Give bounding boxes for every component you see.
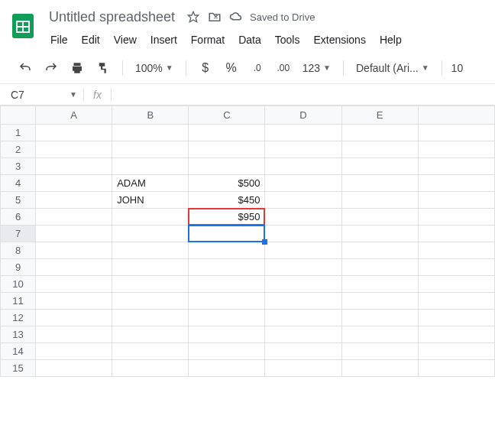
cell-B9[interactable] [112, 259, 189, 276]
cell-A10[interactable] [36, 276, 112, 293]
cell-B3[interactable] [112, 158, 189, 175]
increase-decimal[interactable]: .00 [273, 58, 293, 78]
cell-B10[interactable] [112, 276, 189, 293]
name-box[interactable]: C7 ▼ [0, 89, 84, 101]
cell-blank8[interactable] [418, 242, 494, 259]
row-header-10[interactable]: 10 [1, 276, 36, 293]
cell-blank3[interactable] [418, 158, 494, 175]
cell-D5[interactable] [265, 192, 341, 209]
cell-D10[interactable] [265, 276, 341, 293]
cell-D15[interactable] [265, 360, 341, 377]
col-header-blank[interactable] [418, 106, 494, 125]
cell-E1[interactable] [341, 125, 418, 141]
font-select[interactable]: Default (Ari... ▼ [353, 60, 432, 76]
cell-A12[interactable] [36, 310, 112, 326]
paint-format-icon[interactable] [93, 58, 113, 78]
cell-C7[interactable] [189, 226, 265, 242]
cell-B12[interactable] [112, 310, 189, 326]
cell-A2[interactable] [36, 141, 112, 158]
cell-blank15[interactable] [418, 360, 494, 377]
menu-data[interactable]: Data [232, 31, 267, 49]
cell-C15[interactable] [189, 360, 265, 377]
cell-A3[interactable] [36, 158, 112, 175]
menu-format[interactable]: Format [185, 31, 231, 49]
cell-D9[interactable] [265, 259, 341, 276]
cell-C11[interactable] [189, 293, 265, 310]
cell-D4[interactable] [265, 175, 341, 192]
decrease-decimal[interactable]: .0 [247, 58, 267, 78]
cell-E10[interactable] [341, 276, 418, 293]
cell-C3[interactable] [189, 158, 265, 175]
cell-C14[interactable] [189, 343, 265, 360]
cell-blank2[interactable] [418, 141, 494, 158]
doc-title[interactable]: Untitled spreadsheet [44, 8, 180, 27]
menu-edit[interactable]: Edit [76, 31, 106, 49]
sheets-logo[interactable] [8, 6, 38, 46]
cell-A11[interactable] [36, 293, 112, 310]
cell-E3[interactable] [341, 158, 418, 175]
cell-blank4[interactable] [418, 175, 494, 192]
col-header-E[interactable]: E [341, 106, 418, 125]
cell-B2[interactable] [112, 141, 189, 158]
cell-A13[interactable] [36, 326, 112, 343]
row-header-9[interactable]: 9 [1, 259, 36, 276]
cell-D6[interactable] [265, 209, 341, 226]
cell-A6[interactable] [36, 209, 112, 226]
cloud-icon[interactable] [228, 9, 244, 24]
cell-A15[interactable] [36, 360, 112, 377]
cell-D11[interactable] [265, 293, 341, 310]
cell-C4[interactable]: $500 [189, 175, 265, 192]
spreadsheet-grid[interactable]: A B C D E 1234ADAM$5005JOHN$4506$9507891… [0, 106, 495, 377]
row-header-8[interactable]: 8 [1, 242, 36, 259]
row-header-12[interactable]: 12 [1, 310, 36, 326]
zoom-select[interactable]: 100% ▼ [132, 60, 176, 76]
cell-A4[interactable] [36, 175, 112, 192]
menu-file[interactable]: File [44, 31, 74, 49]
cell-B11[interactable] [112, 293, 189, 310]
cell-E8[interactable] [341, 242, 418, 259]
cell-C13[interactable] [189, 326, 265, 343]
cell-blank7[interactable] [418, 226, 494, 242]
star-icon[interactable] [186, 9, 201, 24]
cell-A14[interactable] [36, 343, 112, 360]
cell-C10[interactable] [189, 276, 265, 293]
cell-B4[interactable]: ADAM [112, 175, 189, 192]
cell-E4[interactable] [341, 175, 418, 192]
cell-B8[interactable] [112, 242, 189, 259]
cell-blank1[interactable] [418, 125, 494, 141]
move-icon[interactable] [207, 9, 222, 24]
cell-B5[interactable]: JOHN [112, 192, 189, 209]
cell-C5[interactable]: $450 [189, 192, 265, 209]
cell-blank14[interactable] [418, 343, 494, 360]
row-header-15[interactable]: 15 [1, 360, 36, 377]
cell-A1[interactable] [36, 125, 112, 141]
cell-E7[interactable] [341, 226, 418, 242]
print-icon[interactable] [67, 58, 87, 78]
format-currency[interactable]: $ [196, 58, 215, 78]
cell-D3[interactable] [265, 158, 341, 175]
cell-C1[interactable] [189, 125, 265, 141]
row-header-6[interactable]: 6 [1, 209, 36, 226]
cell-C6[interactable]: $950 [189, 209, 265, 226]
number-format-select[interactable]: 123 ▼ [299, 60, 334, 76]
cell-blank11[interactable] [418, 293, 494, 310]
col-header-C[interactable]: C [189, 106, 265, 125]
cell-E5[interactable] [341, 192, 418, 209]
col-header-A[interactable]: A [36, 106, 112, 125]
cell-C12[interactable] [189, 310, 265, 326]
row-header-1[interactable]: 1 [1, 125, 36, 141]
row-header-7[interactable]: 7 [1, 226, 36, 242]
cell-B7[interactable] [112, 226, 189, 242]
cell-blank12[interactable] [418, 310, 494, 326]
cell-blank13[interactable] [418, 326, 494, 343]
menu-help[interactable]: Help [374, 31, 408, 49]
cell-B15[interactable] [112, 360, 189, 377]
cell-E14[interactable] [341, 343, 418, 360]
cell-C8[interactable] [189, 242, 265, 259]
format-percent[interactable]: % [222, 58, 241, 78]
cell-D1[interactable] [265, 125, 341, 141]
cell-E2[interactable] [341, 141, 418, 158]
row-header-2[interactable]: 2 [1, 141, 36, 158]
cell-E15[interactable] [341, 360, 418, 377]
cell-A5[interactable] [36, 192, 112, 209]
